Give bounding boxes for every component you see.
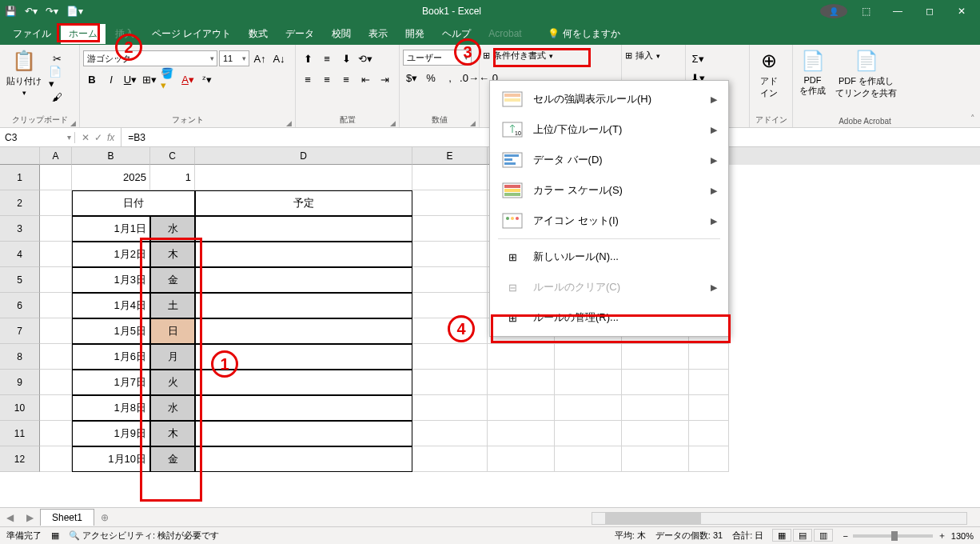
cell-E9[interactable]	[412, 370, 488, 395]
cell-D9[interactable]	[195, 370, 412, 395]
cell-E1[interactable]	[412, 165, 488, 190]
cell-A8[interactable]	[40, 344, 72, 370]
inc-decimal-icon[interactable]: .0→	[460, 69, 478, 86]
row-header[interactable]: 4	[0, 242, 40, 267]
tab-developer[interactable]: 開発	[397, 24, 432, 44]
cell-D3[interactable]	[195, 216, 412, 242]
fill-color-button[interactable]: 🪣▾	[160, 70, 177, 88]
qat-customize-icon[interactable]: 📄▾	[66, 6, 83, 17]
border-button[interactable]: ⊞▾	[141, 70, 158, 88]
cell-E12[interactable]	[412, 446, 488, 472]
cell-D2[interactable]: 予定	[195, 190, 412, 216]
cell-E2[interactable]	[412, 190, 488, 216]
tab-home[interactable]: ホーム	[61, 24, 106, 44]
orientation-icon[interactable]: ⟲▾	[357, 50, 374, 67]
macro-icon[interactable]: ▦	[51, 530, 59, 541]
select-all-corner[interactable]	[0, 147, 40, 165]
ribbon-display-icon[interactable]: ⬚	[852, 6, 879, 17]
cell-K11[interactable]	[622, 421, 689, 446]
row-header[interactable]: 11	[0, 421, 40, 446]
tab-formulas[interactable]: 数式	[241, 24, 276, 44]
menu-new-rule[interactable]: ⊞ 新しいルール(N)...	[490, 242, 728, 272]
cell-L12[interactable]	[689, 446, 729, 472]
cell-E6[interactable]	[412, 293, 488, 318]
row-header[interactable]: 10	[0, 395, 40, 421]
cell-A10[interactable]	[40, 395, 72, 421]
cell-I9[interactable]	[488, 370, 555, 395]
cell-D1[interactable]	[195, 165, 412, 190]
decrease-font-icon[interactable]: A↓	[270, 50, 288, 67]
number-format-select[interactable]: ユーザー	[403, 50, 472, 66]
cell-B3[interactable]: 1月1日	[72, 216, 150, 242]
cell-D6[interactable]	[195, 293, 412, 318]
cell-K8[interactable]	[622, 344, 689, 370]
close-button[interactable]: ✕	[948, 6, 975, 17]
name-box[interactable]: C3	[0, 132, 75, 143]
percent-icon[interactable]: %	[422, 69, 440, 86]
sheet-tab-sheet1[interactable]: Sheet1	[40, 509, 94, 526]
col-header-C[interactable]: C	[150, 147, 195, 165]
cell-B7[interactable]: 1月5日	[72, 318, 150, 344]
save-icon[interactable]: 💾	[5, 6, 17, 17]
cell-D11[interactable]	[195, 421, 412, 446]
cell-J9[interactable]	[555, 370, 622, 395]
row-header[interactable]: 6	[0, 293, 40, 318]
user-avatar-icon[interactable]: 👤	[820, 4, 847, 18]
zoom-level[interactable]: 130%	[951, 531, 974, 541]
cell-C9[interactable]: 火	[150, 370, 195, 395]
paste-button[interactable]: 📋 貼り付け ▾	[3, 46, 45, 98]
menu-top-bottom-rules[interactable]: 10 上位/下位ルール(T)▶	[490, 114, 728, 145]
menu-color-scales[interactable]: カラー スケール(S)▶	[490, 175, 728, 206]
cell-A5[interactable]	[40, 267, 72, 293]
undo-icon[interactable]: ↶▾	[25, 6, 38, 17]
cell-D7[interactable]	[195, 318, 412, 344]
add-sheet-button[interactable]: ⊕	[94, 512, 115, 523]
redo-icon[interactable]: ↷▾	[46, 6, 58, 17]
tab-view[interactable]: 表示	[361, 24, 396, 44]
indent-dec-icon[interactable]: ⇤	[357, 70, 374, 88]
align-center-icon[interactable]: ≡	[318, 70, 336, 88]
cell-C5[interactable]: 金	[150, 267, 195, 293]
cell-A2[interactable]	[40, 190, 72, 216]
cell-I12[interactable]	[488, 446, 555, 472]
menu-manage-rules[interactable]: ⊞ ルールの管理(R)...	[490, 302, 728, 333]
row-header[interactable]: 1	[0, 165, 40, 190]
italic-button[interactable]: I	[102, 70, 120, 88]
sheet-nav-prev[interactable]: ◀	[0, 512, 20, 523]
currency-icon[interactable]: $▾	[403, 69, 420, 86]
cell-B11[interactable]: 1月9日	[72, 421, 150, 446]
tell-me[interactable]: 💡 何をしますか	[548, 27, 620, 41]
copy-icon[interactable]: 📄▾	[48, 69, 66, 86]
cell-D8[interactable]	[195, 344, 412, 370]
pdf-create-button[interactable]: 📄PDF を作成	[796, 46, 829, 98]
zoom-in-button[interactable]: ＋	[938, 530, 946, 542]
cell-C8[interactable]: 月	[150, 344, 195, 370]
tab-insert[interactable]: 挿入	[107, 24, 142, 44]
menu-clear-rules[interactable]: ⊟ ルールのクリア(C)▶	[490, 272, 728, 302]
row-header[interactable]: 3	[0, 216, 40, 242]
cell-B10[interactable]: 1月8日	[72, 395, 150, 421]
view-normal-icon[interactable]: ▦	[772, 529, 791, 542]
zoom-slider[interactable]	[853, 534, 933, 538]
align-bottom-icon[interactable]: ⬇	[337, 50, 355, 67]
cell-J10[interactable]	[555, 395, 622, 421]
row-header[interactable]: 5	[0, 267, 40, 293]
col-header-A[interactable]: A	[40, 147, 72, 165]
minimize-button[interactable]: —	[884, 6, 911, 17]
font-name-select[interactable]: 游ゴシック	[83, 50, 217, 66]
cell-B12[interactable]: 1月10日	[72, 446, 150, 472]
cell-A3[interactable]	[40, 216, 72, 242]
cell-C1[interactable]: 1	[150, 165, 195, 190]
autosum-icon[interactable]: Σ▾	[689, 50, 707, 67]
cell-I10[interactable]	[488, 395, 555, 421]
indent-inc-icon[interactable]: ⇥	[376, 70, 393, 88]
cell-E8[interactable]	[412, 344, 488, 370]
cell-E5[interactable]	[412, 267, 488, 293]
cell-K10[interactable]	[622, 395, 689, 421]
cell-D10[interactable]	[195, 395, 412, 421]
collapse-ribbon-icon[interactable]: ˄	[970, 114, 975, 124]
cell-A12[interactable]	[40, 446, 72, 472]
cell-K12[interactable]	[622, 446, 689, 472]
cell-J11[interactable]	[555, 421, 622, 446]
tab-data[interactable]: データ	[277, 24, 322, 44]
